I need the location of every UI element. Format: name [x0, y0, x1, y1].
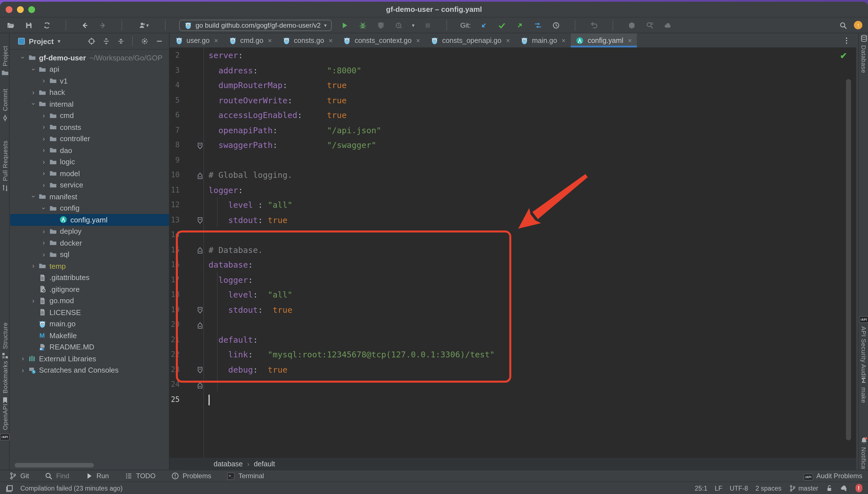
code-line[interactable]: 12 level : "all": [169, 197, 856, 212]
sidebar-item-pull-requests[interactable]: Pull Requests: [0, 140, 10, 192]
toolwindow-button-find[interactable]: Find: [45, 472, 70, 480]
tree-item-temp[interactable]: ›temp: [10, 260, 169, 272]
tree-item-.gitattributes[interactable]: .gitattributes: [10, 272, 169, 283]
code-line[interactable]: 24: [169, 377, 856, 392]
fold-marker-icon[interactable]: [197, 366, 203, 373]
chevron-right-icon[interactable]: ›: [39, 170, 49, 177]
tree-item-readme.md[interactable]: README.MD: [10, 341, 169, 353]
toolwindow-button-problems[interactable]: Problems: [171, 472, 211, 480]
run-with-coverage-icon[interactable]: [376, 20, 386, 30]
code-line[interactable]: 15# Database.: [169, 243, 856, 258]
breadcrumb-item-database[interactable]: database: [214, 460, 243, 468]
fold-marker-icon[interactable]: [197, 216, 203, 224]
sidebar-item-structure[interactable]: Structure: [0, 322, 10, 360]
toolwindow-button-audit-problems[interactable]: /APIAudit Problems: [803, 472, 862, 480]
chevron-down-icon[interactable]: ›: [30, 192, 37, 202]
tab-options-kebab-icon[interactable]: [843, 33, 850, 48]
tree-item-.gitignore[interactable]: .gitignore: [10, 283, 169, 295]
chevron-right-icon[interactable]: ›: [39, 135, 49, 143]
sidebar-item-commit[interactable]: Commit: [0, 89, 10, 122]
tree-item-docker[interactable]: ›docker: [10, 237, 169, 249]
fold-marker-icon[interactable]: [197, 171, 203, 179]
tab-cmd-go[interactable]: cmd.go×: [223, 33, 277, 48]
toolwindow-button-git[interactable]: Git: [9, 472, 29, 480]
chevron-right-icon[interactable]: ›: [39, 77, 49, 85]
chevron-right-icon[interactable]: ›: [29, 297, 38, 305]
chevron-right-icon[interactable]: ›: [18, 366, 28, 374]
chevron-right-icon[interactable]: ›: [39, 124, 49, 131]
code-line[interactable]: 21 default:: [169, 332, 856, 347]
synchronize-icon[interactable]: [42, 20, 52, 30]
tree-item-model[interactable]: ›model: [10, 168, 169, 179]
status-cloud-gear[interactable]: [840, 484, 848, 492]
tab-consts_openapi-go[interactable]: consts_openapi.go×: [425, 33, 515, 48]
git-push-icon[interactable]: [515, 20, 525, 30]
chevron-right-icon[interactable]: ›: [39, 181, 49, 189]
code-line[interactable]: 9: [169, 153, 856, 168]
project-horizontal-scrollbar[interactable]: [15, 463, 94, 468]
code-line[interactable]: 20: [169, 317, 856, 332]
cloud-sync-icon[interactable]: [663, 20, 673, 30]
close-icon[interactable]: ×: [416, 36, 420, 44]
code-line[interactable]: 11logger:: [169, 183, 856, 197]
chevron-down-icon[interactable]: ›: [30, 99, 37, 109]
save-all-icon[interactable]: [24, 20, 34, 30]
chevron-down-icon[interactable]: ›: [30, 65, 37, 74]
tree-item-service[interactable]: ›service: [10, 179, 169, 191]
code-line[interactable]: 19 stdout: true: [169, 302, 856, 317]
close-icon[interactable]: ×: [268, 36, 272, 44]
git-commit-check-icon[interactable]: [497, 20, 507, 30]
fold-marker-icon[interactable]: [197, 321, 203, 328]
locate-icon[interactable]: [87, 37, 95, 45]
chevron-down-icon[interactable]: ▾: [412, 22, 415, 28]
tree-item-makefile[interactable]: MMakefile: [10, 330, 169, 341]
chevron-right-icon[interactable]: ›: [39, 239, 49, 247]
toolwindow-button-todo[interactable]: TODO: [125, 472, 156, 480]
code-line[interactable]: 23 debug: true: [169, 362, 856, 377]
layout-settings-icon[interactable]: [4, 483, 15, 493]
run-button-icon[interactable]: [340, 20, 350, 30]
status-error-oval[interactable]: !: [855, 484, 862, 492]
toolwindow-button-terminal[interactable]: >_Terminal: [227, 472, 264, 480]
collapse-all-icon[interactable]: [116, 37, 125, 45]
fold-marker-icon[interactable]: [197, 141, 203, 149]
run-configuration-selector[interactable]: go build github.com/gogf/gf-demo-user/v2…: [179, 19, 332, 31]
code-line[interactable]: 3 address: ":8000": [169, 63, 856, 78]
tree-item-manifest[interactable]: ›manifest: [10, 191, 169, 203]
tree-item-config.yaml[interactable]: config.yaml: [10, 214, 169, 226]
tree-item-sql[interactable]: ›sql: [10, 249, 169, 260]
chevron-right-icon[interactable]: ›: [39, 147, 49, 154]
tree-item-api[interactable]: ›api: [10, 63, 169, 75]
tree-item-v1[interactable]: ›v1: [10, 75, 169, 87]
tree-item-license[interactable]: LICENSE: [10, 307, 169, 318]
hide-icon[interactable]: [155, 37, 163, 45]
code-line[interactable]: 13 stdout: true: [169, 212, 856, 228]
editor[interactable]: 2server:3 address: ":8000"4 dumpRouterMa…: [169, 48, 856, 458]
code-line[interactable]: 4 dumpRouterMap: true: [169, 78, 856, 93]
close-icon[interactable]: ×: [628, 36, 632, 44]
debug-button-icon[interactable]: [358, 20, 368, 30]
tree-item-consts[interactable]: ›consts: [10, 121, 169, 133]
tree-item-dao[interactable]: ›dao: [10, 145, 169, 156]
sidebar-item-make[interactable]: Σmake: [859, 377, 868, 403]
gear-icon[interactable]: [140, 37, 149, 45]
code-line[interactable]: 22 link: "mysql:root:12345678@tcp(127.0.…: [169, 347, 856, 362]
close-icon[interactable]: ×: [562, 36, 566, 44]
find-usages-icon[interactable]: [645, 20, 655, 30]
tab-user-go[interactable]: user.go×: [169, 33, 223, 48]
chevron-down-icon[interactable]: ›: [19, 53, 27, 63]
tree-item-controller[interactable]: ›controller: [10, 133, 169, 145]
chevron-right-icon[interactable]: ›: [29, 89, 38, 97]
tree-item-config[interactable]: ›config: [10, 203, 169, 214]
open-project-icon[interactable]: [6, 20, 16, 30]
toolwindow-button-run[interactable]: Run: [85, 472, 109, 480]
fold-marker-icon[interactable]: [197, 381, 203, 388]
status-utf-8[interactable]: UTF-8: [729, 485, 748, 492]
local-history-icon[interactable]: [551, 20, 561, 30]
close-icon[interactable]: ×: [214, 36, 218, 44]
chevron-right-icon[interactable]: ›: [18, 355, 28, 363]
tree-item-scratches-and-consoles[interactable]: ›Scratches and Consoles: [10, 364, 169, 376]
code-line[interactable]: 5 routeOverWrite: true: [169, 93, 856, 108]
sidebar-item-project[interactable]: Project: [0, 46, 10, 77]
close-icon[interactable]: ×: [506, 36, 510, 44]
